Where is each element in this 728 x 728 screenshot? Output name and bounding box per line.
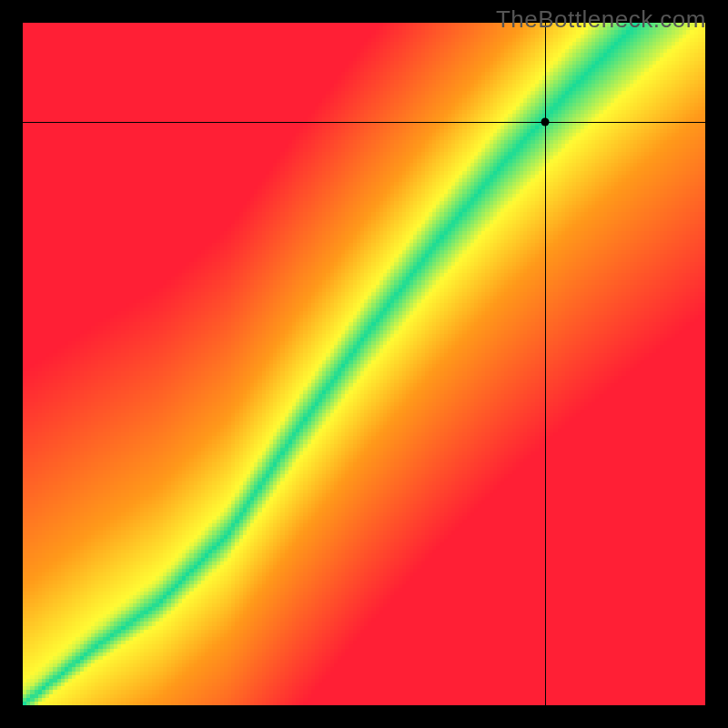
heatmap-plot bbox=[23, 23, 705, 705]
watermark-text: TheBottleneck.com bbox=[496, 5, 706, 34]
chart-root: TheBottleneck.com bbox=[0, 0, 728, 728]
heatmap-canvas bbox=[23, 23, 705, 705]
